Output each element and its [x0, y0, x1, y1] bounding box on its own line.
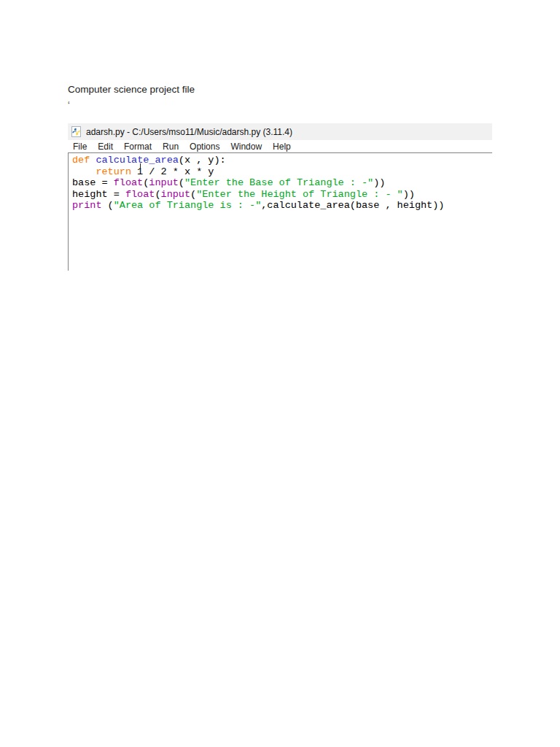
code-token-plain: (x , y):	[179, 155, 226, 166]
code-token-plain: 1 / 2 * x * y	[131, 166, 214, 177]
document-page: Computer science project file ‘ adarsh.p…	[0, 0, 560, 747]
code-token-plain: ))	[373, 177, 385, 188]
code-token-plain: (	[179, 177, 184, 188]
code-line: return 1 / 2 * x * y	[72, 166, 492, 178]
document-heading: Computer science project file	[68, 83, 195, 96]
menu-item-help[interactable]: Help	[273, 142, 291, 152]
menu-item-run[interactable]: Run	[163, 142, 179, 152]
window-titlebar: adarsh.py - C:/Users/mso11/Music/adarsh.…	[68, 123, 492, 140]
code-token-string: "Enter the Base of Triangle : -"	[184, 177, 373, 188]
code-token-plain: ))	[403, 189, 415, 200]
code-token-builtin: float	[114, 177, 144, 188]
code-line: def calculate_area(x , y):	[72, 155, 492, 166]
window-title: adarsh.py - C:/Users/mso11/Music/adarsh.…	[86, 127, 292, 137]
code-token-string: "Enter the Height of Triangle : - "	[196, 189, 403, 200]
code-token-builtin: float	[125, 189, 155, 200]
code-token-plain: ,calculate_area(base , height))	[261, 200, 444, 211]
stray-quote-mark: ‘	[68, 100, 70, 110]
code-line: print ("Area of Triangle is : -",calcula…	[72, 200, 492, 212]
code-token-plain: (	[190, 189, 196, 200]
code-editor[interactable]: def calculate_area(x , y): return 1 / 2 …	[68, 152, 492, 271]
menu-item-window[interactable]: Window	[230, 142, 262, 152]
code-token-builtin: input	[161, 189, 191, 200]
python-file-icon	[71, 126, 81, 137]
code-token-builtin: input	[149, 177, 179, 188]
menu-item-options[interactable]: Options	[190, 142, 219, 152]
code-token-plain: (	[102, 200, 114, 211]
code-area: def calculate_area(x , y): return 1 / 2 …	[72, 155, 492, 212]
code-token-keyword: def	[72, 155, 90, 166]
code-token-plain: height =	[72, 189, 125, 200]
menu-item-format[interactable]: Format	[124, 142, 152, 152]
code-token-plain: (	[155, 189, 160, 200]
code-token-string: "Area of Triangle is : -"	[114, 200, 262, 211]
code-token-keyword: return	[96, 166, 131, 177]
menu-item-edit[interactable]: Edit	[98, 142, 113, 152]
code-token-plain	[72, 166, 96, 177]
code-line: base = float(input("Enter the Base of Tr…	[72, 177, 492, 189]
idle-editor-window: adarsh.py - C:/Users/mso11/Music/adarsh.…	[68, 123, 492, 271]
code-token-definition: calculate_area	[96, 155, 178, 166]
menu-bar: FileEditFormatRunOptionsWindowHelp	[68, 140, 492, 152]
code-token-builtin: print	[72, 200, 102, 211]
text-cursor	[140, 163, 141, 169]
code-token-plain: base =	[72, 177, 114, 188]
code-line: height = float(input("Enter the Height o…	[72, 189, 492, 201]
menu-item-file[interactable]: File	[73, 142, 87, 152]
